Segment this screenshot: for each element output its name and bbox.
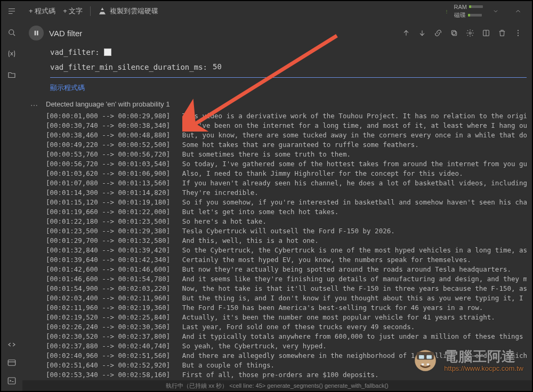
- copy-cell-icon[interactable]: [449, 28, 459, 38]
- cell-form: vad_filter: vad_filter_min_silence_durat…: [50, 48, 527, 93]
- add-text-button[interactable]: + 文字: [63, 6, 83, 16]
- search-icon[interactable]: [6, 27, 18, 38]
- add-code-button[interactable]: + 程式碼: [29, 6, 55, 16]
- collapse-header-icon[interactable]: [511, 4, 526, 19]
- cell-action-bar: [401, 28, 523, 38]
- cell-title: VAD filter: [49, 29, 82, 38]
- terminal-icon[interactable]: [6, 375, 18, 387]
- output-collapse-gutter[interactable]: ⋯: [26, 100, 44, 110]
- vad-min-silence-label: vad_filter_min_silence_duration_ms:: [50, 63, 207, 71]
- svg-rect-5: [37, 31, 38, 36]
- variables-icon[interactable]: [6, 48, 18, 60]
- detected-language-line: Detected language 'en' with probability …: [46, 100, 527, 108]
- left-rail: [1, 1, 22, 391]
- status-bar: 執行中（已持續 xx 秒） <cell line: 45> generate_s…: [22, 380, 532, 391]
- move-up-icon[interactable]: [401, 28, 411, 38]
- copy-to-drive-button[interactable]: 複製到雲端硬碟: [98, 6, 158, 16]
- show-code-button[interactable]: 顯示程式碼: [50, 83, 527, 93]
- svg-rect-4: [35, 31, 36, 36]
- run-cell-button[interactable]: [29, 26, 44, 40]
- ram-label: RAM: [454, 4, 467, 10]
- command-palette-icon[interactable]: [6, 357, 18, 369]
- svg-rect-7: [451, 30, 455, 34]
- move-down-icon[interactable]: [417, 28, 427, 38]
- mirror-cell-icon[interactable]: [481, 28, 491, 38]
- disk-label: 磁碟: [454, 11, 466, 19]
- vad-filter-label: vad_filter:: [50, 48, 100, 56]
- vad-filter-checkbox[interactable]: [104, 48, 111, 56]
- ram-meter: [469, 5, 483, 8]
- main-column: + 程式碼 + 文字 複製到雲端硬碟 ⋮ RAM 磁碟: [22, 1, 532, 391]
- svg-rect-6: [453, 31, 456, 35]
- svg-point-3: [30, 27, 43, 39]
- notebook-content: VAD filter vad_filter:: [22, 21, 532, 380]
- transcript-output: [00:00:01,000 --> 00:00:29,980] This vid…: [44, 111, 527, 380]
- svg-rect-1: [8, 360, 15, 366]
- svg-point-10: [518, 30, 519, 31]
- copy-to-drive-label: 複製到雲端硬碟: [110, 6, 158, 16]
- notebook-toolbar: + 程式碼 + 文字 複製到雲端硬碟 ⋮ RAM 磁碟: [22, 1, 532, 21]
- runtime-dropdown-icon[interactable]: [488, 4, 503, 19]
- toc-icon[interactable]: [6, 5, 18, 17]
- delete-cell-icon[interactable]: [497, 28, 507, 38]
- code-snippets-icon[interactable]: [6, 339, 18, 350]
- status-text: 執行中（已持續 xx 秒） <cell line: 45> generate_s…: [166, 382, 389, 390]
- svg-point-11: [518, 32, 519, 34]
- svg-rect-2: [8, 378, 15, 384]
- app-frame: + 程式碼 + 文字 複製到雲端硬碟 ⋮ RAM 磁碟: [0, 0, 533, 392]
- cell-output: Detected language 'en' with probability …: [44, 100, 527, 380]
- svg-point-8: [469, 32, 471, 34]
- runtime-status[interactable]: ⋮ RAM 磁碟: [445, 4, 503, 19]
- vad-filter-cell: VAD filter vad_filter:: [26, 23, 527, 93]
- disk-meter: [468, 14, 482, 17]
- gear-icon[interactable]: [465, 28, 475, 38]
- form-divider: [50, 77, 527, 78]
- vad-min-silence-input[interactable]: [212, 62, 254, 72]
- svg-point-12: [518, 35, 519, 36]
- link-icon[interactable]: [433, 28, 443, 38]
- more-cell-icon[interactable]: [513, 28, 523, 38]
- svg-point-0: [9, 30, 14, 35]
- files-icon[interactable]: [6, 69, 18, 81]
